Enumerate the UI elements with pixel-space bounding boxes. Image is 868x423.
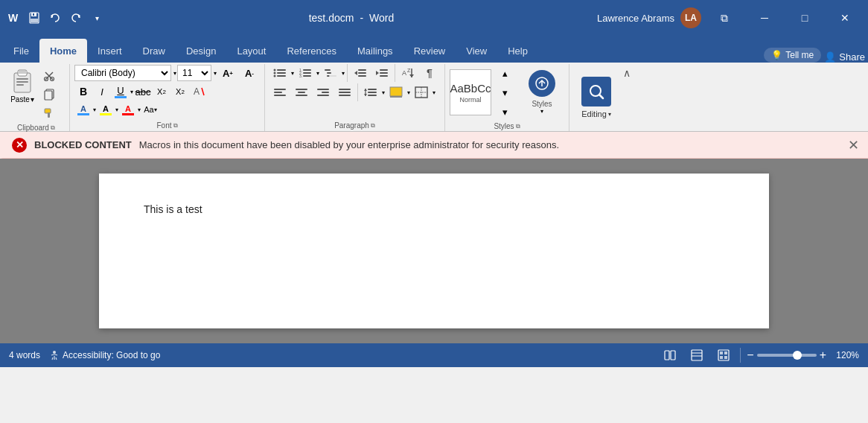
undo-button[interactable] bbox=[46, 9, 64, 27]
borders-dropdown[interactable]: ▾ bbox=[433, 89, 435, 96]
superscript-button[interactable]: X2 bbox=[171, 83, 189, 100]
font-size-select[interactable]: 11 bbox=[177, 65, 211, 81]
style-normal-button[interactable]: AaBbCc Normal bbox=[450, 69, 491, 115]
tab-help[interactable]: Help bbox=[497, 39, 538, 63]
zoom-level-label[interactable]: 120% bbox=[832, 350, 859, 360]
copy-button[interactable] bbox=[39, 86, 60, 104]
zoom-slider-track[interactable] bbox=[757, 354, 817, 357]
font-size-dropdown[interactable]: ▾ bbox=[214, 70, 217, 77]
numbering-dropdown[interactable]: ▾ bbox=[316, 70, 319, 77]
highlight-color-button[interactable]: A bbox=[97, 101, 115, 118]
shrink-font-button[interactable]: A- bbox=[239, 64, 260, 82]
sort-button[interactable]: AZ bbox=[398, 64, 418, 82]
change-case-button[interactable]: Aa▾ bbox=[141, 101, 159, 118]
clipboard-dialog-launcher[interactable]: ⧉ bbox=[51, 124, 55, 132]
minimize-button[interactable]: ─ bbox=[747, 0, 782, 36]
decrease-indent-button[interactable] bbox=[350, 64, 371, 82]
paragraph-dialog-launcher[interactable]: ⧉ bbox=[371, 122, 375, 130]
strikethrough-button[interactable]: abc bbox=[134, 83, 152, 100]
shading-dropdown[interactable]: ▾ bbox=[407, 89, 410, 96]
editing-button[interactable]: Editing ▾ bbox=[574, 72, 619, 123]
view-read-button[interactable] bbox=[660, 346, 680, 364]
tab-insert[interactable]: Insert bbox=[87, 39, 133, 63]
text-highlight-button[interactable]: A bbox=[74, 101, 92, 118]
font-color-button[interactable]: A bbox=[119, 101, 137, 118]
text-color-dropdown[interactable]: ▾ bbox=[93, 106, 96, 113]
font-dialog-launcher[interactable]: ⧉ bbox=[173, 122, 178, 130]
tab-file[interactable]: File bbox=[3, 39, 39, 63]
styles-group-label[interactable]: Styles ⧉ bbox=[450, 121, 564, 132]
tab-design[interactable]: Design bbox=[176, 39, 226, 63]
restore-window-button[interactable]: ⧉ bbox=[707, 0, 741, 36]
numbering-button[interactable]: 1.2.3. bbox=[295, 64, 316, 82]
tab-layout[interactable]: Layout bbox=[226, 39, 276, 63]
document-content[interactable]: This is a test bbox=[144, 203, 724, 215]
underline-dropdown[interactable]: ▾ bbox=[130, 89, 133, 95]
user-name-label[interactable]: Lawrence Abrams bbox=[597, 13, 674, 24]
tell-me-button[interactable]: 💡 Tell me bbox=[764, 48, 821, 63]
word-count-label[interactable]: 4 words bbox=[9, 350, 40, 360]
view-layout-button[interactable] bbox=[686, 346, 707, 364]
show-hide-button[interactable]: ¶ bbox=[419, 64, 440, 82]
save-button[interactable] bbox=[25, 9, 43, 27]
styles-scroll-up[interactable]: ▴ bbox=[494, 64, 515, 82]
paste-button[interactable]: Paste ▾ bbox=[7, 64, 37, 105]
justify-button[interactable] bbox=[334, 83, 355, 101]
styles-more[interactable]: ▾ bbox=[494, 103, 515, 121]
multilevel-list-button[interactable] bbox=[320, 64, 341, 82]
grow-font-button[interactable]: A+ bbox=[217, 64, 238, 82]
document-page[interactable]: This is a test bbox=[99, 174, 769, 328]
collapse-ribbon-button[interactable]: ∧ bbox=[623, 64, 631, 131]
italic-button[interactable]: I bbox=[93, 83, 111, 100]
bullets-dropdown[interactable]: ▾ bbox=[291, 70, 294, 77]
share-button[interactable]: 👤 Share bbox=[824, 51, 865, 63]
cut-button[interactable] bbox=[39, 67, 60, 85]
highlight-dropdown[interactable]: ▾ bbox=[115, 106, 118, 113]
bold-button[interactable]: B bbox=[74, 83, 92, 100]
bullets-button[interactable] bbox=[269, 64, 290, 82]
align-right-button[interactable] bbox=[313, 83, 334, 101]
svg-marker-40 bbox=[354, 71, 357, 75]
align-center-button[interactable] bbox=[291, 83, 312, 101]
tab-mailings[interactable]: Mailings bbox=[347, 39, 403, 63]
font-color-dropdown[interactable]: ▾ bbox=[138, 106, 141, 113]
blocked-content-close[interactable]: ✕ bbox=[848, 137, 859, 153]
tab-draw[interactable]: Draw bbox=[133, 39, 176, 63]
subscript-button[interactable]: X2 bbox=[153, 83, 170, 100]
paragraph-group-label[interactable]: Paragraph ⧉ bbox=[269, 120, 440, 131]
view-web-button[interactable] bbox=[713, 346, 734, 364]
zoom-slider-thumb[interactable] bbox=[793, 351, 802, 360]
redo-button[interactable] bbox=[67, 9, 85, 27]
close-button[interactable]: ✕ bbox=[828, 0, 862, 36]
line-spacing-button[interactable] bbox=[360, 83, 381, 101]
customize-qat-button[interactable]: ▾ bbox=[88, 9, 106, 27]
maximize-button[interactable]: □ bbox=[788, 0, 822, 36]
font-group-label[interactable]: Font ⧉ bbox=[74, 120, 260, 131]
tab-references[interactable]: References bbox=[276, 39, 346, 63]
format-painter-button[interactable] bbox=[39, 104, 60, 122]
zoom-out-button[interactable]: − bbox=[747, 349, 753, 361]
accessibility-button[interactable]: Accessibility: Good to go bbox=[49, 350, 160, 360]
shading-button[interactable] bbox=[386, 83, 406, 101]
font-name-select[interactable]: Calibri (Body) bbox=[74, 65, 171, 81]
styles-scroll-down[interactable]: ▾ bbox=[494, 83, 515, 101]
tab-home[interactable]: Home bbox=[39, 39, 87, 63]
user-avatar[interactable]: LA bbox=[680, 7, 701, 28]
styles-dialog-launcher[interactable]: ⧉ bbox=[516, 123, 520, 130]
zoom-in-button[interactable]: + bbox=[820, 349, 826, 361]
clear-formatting-button[interactable]: A bbox=[190, 83, 208, 100]
align-left-button[interactable] bbox=[269, 83, 290, 101]
multilevel-dropdown[interactable]: ▾ bbox=[342, 70, 345, 77]
underline-button[interactable]: U bbox=[112, 83, 130, 100]
increase-indent-button[interactable] bbox=[371, 64, 392, 82]
ribbon-tab-bar: File Home Insert Draw Design Layout Refe… bbox=[0, 36, 868, 63]
styles-button[interactable]: Styles ▾ bbox=[520, 69, 564, 115]
font-name-dropdown[interactable]: ▾ bbox=[173, 70, 176, 77]
borders-button[interactable] bbox=[411, 83, 432, 101]
styles-dropdown[interactable]: ▾ bbox=[540, 108, 543, 115]
editing-label: Editing bbox=[581, 109, 607, 118]
line-spacing-dropdown[interactable]: ▾ bbox=[382, 89, 385, 96]
tab-view[interactable]: View bbox=[456, 39, 497, 63]
clipboard-group-label[interactable]: Clipboard ⧉ bbox=[7, 122, 65, 133]
tab-review[interactable]: Review bbox=[403, 39, 456, 63]
